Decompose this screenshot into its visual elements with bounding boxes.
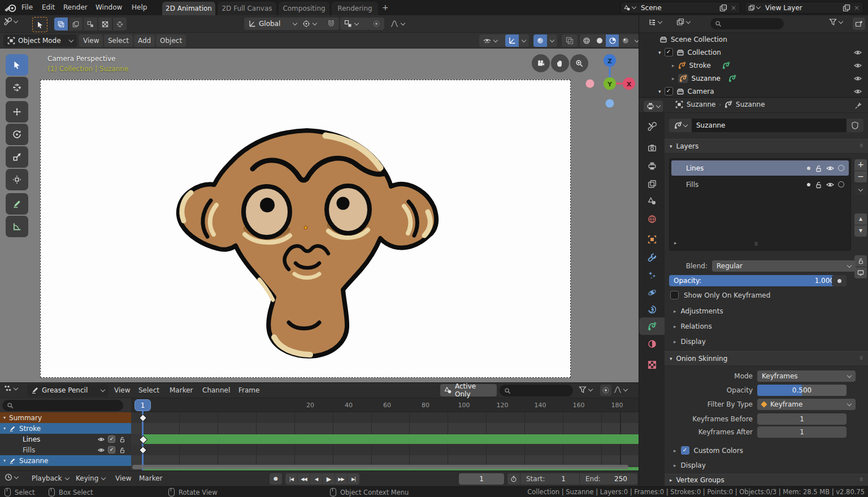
menu-window[interactable]: Window (96, 3, 122, 11)
menu-file[interactable]: File (21, 3, 33, 11)
expand-icon[interactable]: ▾ (658, 89, 661, 94)
scene-selector[interactable]: Scene × (620, 2, 740, 14)
toolbar-measure[interactable] (6, 216, 28, 237)
toolbar-rotate[interactable] (6, 124, 28, 145)
timeline-menu-marker[interactable]: Marker (139, 474, 162, 482)
tab-compositing[interactable]: Compositing (279, 2, 329, 15)
pivot-point-dropdown[interactable] (298, 18, 327, 30)
dopesheet-h-scrollbar[interactable] (132, 465, 628, 469)
menu-edit[interactable]: Edit (42, 3, 55, 11)
unlink-scene-icon[interactable]: × (731, 4, 736, 12)
record-button[interactable]: ● (270, 473, 282, 485)
active-tool-button[interactable] (32, 17, 47, 32)
layer-options-expand[interactable]: ▸ (674, 240, 677, 246)
gizmo-toggle[interactable] (505, 34, 519, 47)
select-mode-extend[interactable] (69, 18, 83, 30)
gp-data-type-dropdown[interactable] (669, 119, 692, 132)
viewport-menu-object[interactable]: Object (156, 34, 186, 47)
list-resize-dots[interactable]: ⠿ (754, 243, 758, 246)
end-frame-field[interactable]: End: 250 (580, 473, 637, 485)
keyframes-after-field[interactable]: 1 (757, 426, 847, 438)
layer-row-lines[interactable]: Lines (671, 160, 849, 176)
viewport-menu-add[interactable]: Add (134, 34, 155, 47)
navigation-axis-gizmo[interactable]: Z Y X (582, 52, 639, 108)
tab-2d-full-canvas[interactable]: 2D Full Canvas (218, 2, 276, 15)
layer-isolate-view-button[interactable] (854, 267, 867, 278)
layer-eye-icon[interactable] (826, 181, 834, 189)
gp-data-name-field[interactable]: Suzanne (692, 119, 847, 132)
outliner-display-mode-button[interactable] (676, 18, 690, 26)
start-frame-field[interactable]: Start: 1 (520, 473, 579, 485)
timeline-menu-view[interactable]: View (115, 474, 131, 482)
outliner-search-field[interactable] (710, 18, 784, 29)
blend-dropdown[interactable]: Regular (712, 260, 856, 272)
expand-icon[interactable]: ▾ (658, 50, 661, 55)
xray-toggle[interactable] (562, 34, 578, 47)
vertex-groups-panel-header[interactable]: ▸Vertex Groups ⠿ (665, 474, 868, 486)
toolbar-move[interactable] (6, 101, 28, 123)
shading-wireframe-button[interactable] (580, 34, 593, 47)
select-mode-subtract[interactable] (84, 18, 97, 30)
viewport-camera-button[interactable] (532, 54, 550, 72)
tab-object[interactable] (648, 235, 657, 244)
new-view-layer-icon[interactable] (843, 4, 850, 12)
tab-constraints[interactable] (648, 305, 657, 314)
outliner-filter-button[interactable] (829, 18, 843, 26)
viewport-menu-view[interactable]: View (79, 34, 103, 47)
keying-menu[interactable]: Keying (76, 474, 105, 482)
layer-eye-icon[interactable] (826, 164, 834, 172)
outliner-row-scene-collection[interactable]: Scene Collection (639, 33, 868, 46)
snap-settings-dropdown[interactable] (340, 18, 370, 30)
channel-suzanne[interactable]: ▾ Suzanne (0, 455, 131, 466)
gizmo-dropdown[interactable] (519, 34, 529, 47)
layer-opacity-slider[interactable]: Opacity: 1.000 (669, 275, 839, 286)
tab-material[interactable] (648, 339, 657, 348)
editor-type-button[interactable] (4, 18, 18, 25)
filter-by-type-dropdown[interactable]: Keyframe (757, 399, 856, 410)
outliner-row-camera[interactable]: ▾ ✓ Camera (639, 85, 868, 98)
transform-orientation-dropdown[interactable]: Global (244, 18, 301, 30)
panel-drag-dots[interactable]: ⠿ (860, 358, 863, 360)
shading-material-button[interactable] (606, 34, 619, 47)
jump-to-end-button[interactable]: ▶| (348, 473, 359, 485)
tab-output[interactable] (648, 162, 657, 171)
overlays-toggle[interactable] (533, 34, 547, 47)
outliner-row-stroke[interactable]: ▸ Stroke (639, 59, 868, 72)
viewport-menu-select[interactable]: Select (104, 34, 133, 47)
expand-icon[interactable]: ▸ (672, 63, 675, 68)
mode-dropdown[interactable]: Object Mode (3, 34, 77, 47)
channel-enable-checkbox[interactable]: ✓ (108, 435, 115, 443)
expand-icon[interactable]: ▸ (672, 76, 675, 81)
layer-isolate-lock-button[interactable] (854, 255, 867, 267)
dopesheet-editor-type-button[interactable] (4, 385, 18, 393)
timeline-editor-type-button[interactable] (5, 473, 18, 481)
proportional-edit-toggle[interactable] (600, 385, 611, 396)
view-layer-selector[interactable]: View Layer × (745, 2, 863, 14)
dopesheet-menu-select[interactable]: Select (138, 386, 159, 394)
menu-help[interactable]: Help (132, 3, 147, 11)
dopesheet-menu-view[interactable]: View (114, 386, 130, 394)
onion-opacity-slider[interactable]: 0.500 (757, 385, 847, 396)
hide-eye-icon[interactable] (854, 49, 862, 56)
select-mode-intersect[interactable] (113, 18, 127, 30)
hide-eye-icon[interactable] (854, 88, 862, 95)
channel-lines[interactable]: Lines ✓ (0, 434, 131, 444)
tab-world[interactable] (648, 215, 657, 224)
playback-menu[interactable]: Playback (32, 474, 69, 482)
add-workspace-button[interactable]: + (382, 3, 389, 12)
outliner-editor-type-button[interactable] (648, 18, 662, 26)
object-visibility-dropdown[interactable] (479, 34, 507, 47)
tab-rendering[interactable]: Rendering (332, 2, 378, 15)
jump-to-start-button[interactable]: |◀ (285, 473, 298, 485)
layer-remove-button[interactable]: − (854, 171, 867, 182)
breadcrumb-object-name[interactable]: Suzanne (687, 101, 715, 108)
tab-particles[interactable] (648, 271, 657, 280)
hide-eye-icon[interactable] (854, 75, 862, 82)
tab-texture[interactable] (648, 360, 657, 369)
tab-modifiers[interactable] (648, 253, 657, 262)
snap-toggle[interactable] (323, 18, 339, 30)
layers-panel-header[interactable]: ▾Layers ⠿ (665, 139, 868, 154)
collection-checkbox[interactable]: ✓ (665, 48, 673, 56)
overlays-dropdown[interactable] (547, 34, 557, 47)
proportional-edit-toggle[interactable] (368, 18, 384, 30)
